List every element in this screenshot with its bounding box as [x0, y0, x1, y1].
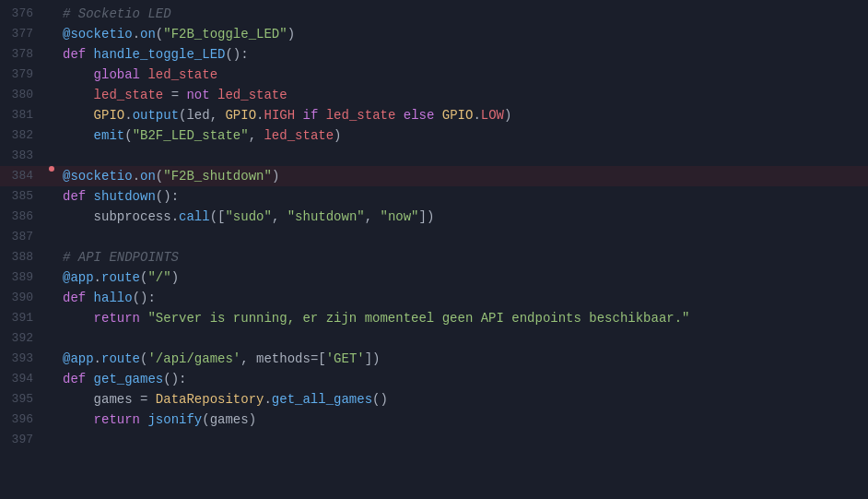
line-num-392: 392: [0, 328, 48, 349]
line-content-388: # API ENDPOINTS: [55, 247, 868, 267]
line-num-389: 389: [0, 267, 48, 288]
line-num-379: 379: [0, 65, 48, 85]
code-line-396: 396 return jsonify(games): [0, 410, 868, 430]
code-line-392: 392: [0, 328, 868, 349]
code-line-393: 393 @app.route('/api/games', methods=['G…: [0, 349, 868, 369]
line-num-390: 390: [0, 288, 48, 308]
line-content-377: @socketio.on("F2B_toggle_LED"): [55, 24, 868, 44]
code-editor: 376 # Socketio LED 377 @socketio.on("F2B…: [0, 0, 868, 499]
code-line-384: 384 @socketio.on("F2B_shutdown"): [0, 166, 868, 186]
line-content-380: led_state = not led_state: [55, 85, 868, 105]
line-content-397: [55, 430, 868, 450]
line-content-386: subprocess.call(["sudo", "shutdown", "no…: [55, 207, 868, 227]
code-line-397: 397: [0, 430, 868, 450]
line-content-394: def get_games():: [55, 369, 868, 389]
line-content-378: def handle_toggle_LED():: [55, 44, 868, 65]
line-num-397: 397: [0, 430, 48, 450]
code-line-391: 391 return "Server is running, er zijn m…: [0, 308, 868, 328]
breakpoint-384: [49, 166, 54, 172]
code-line-389: 389 @app.route("/"): [0, 267, 868, 288]
code-line-379: 379 global led_state: [0, 65, 868, 85]
line-num-396: 396: [0, 410, 48, 430]
line-content-389: @app.route("/"): [55, 267, 868, 288]
code-line-385: 385 def shutdown():: [0, 186, 868, 207]
line-num-394: 394: [0, 369, 48, 389]
line-content-393: @app.route('/api/games', methods=['GET']…: [55, 349, 868, 369]
code-line-394: 394 def get_games():: [0, 369, 868, 389]
line-content-395: games = DataRepository.get_all_games(): [55, 389, 868, 410]
code-line-381: 381 GPIO.output(led, GPIO.HIGH if led_st…: [0, 105, 868, 125]
line-content-385: def shutdown():: [55, 186, 868, 207]
line-num-377: 377: [0, 24, 48, 44]
line-content-391: return "Server is running, er zijn momen…: [55, 308, 868, 328]
line-content-383: [55, 146, 868, 166]
code-line-383: 383: [0, 146, 868, 166]
line-num-381: 381: [0, 105, 48, 125]
line-num-388: 388: [0, 247, 48, 267]
line-num-395: 395: [0, 389, 48, 410]
gutter-384: [48, 166, 55, 172]
code-line-386: 386 subprocess.call(["sudo", "shutdown",…: [0, 207, 868, 227]
line-num-391: 391: [0, 308, 48, 328]
line-num-376: 376: [0, 4, 48, 24]
code-line-395: 395 games = DataRepository.get_all_games…: [0, 389, 868, 410]
code-line-377: 377 @socketio.on("F2B_toggle_LED"): [0, 24, 868, 44]
line-num-382: 382: [0, 125, 48, 146]
code-line-390: 390 def hallo():: [0, 288, 868, 308]
line-num-383: 383: [0, 146, 48, 166]
line-num-387: 387: [0, 227, 48, 247]
code-line-382: 382 emit("B2F_LED_state", led_state): [0, 125, 868, 146]
line-content-384: @socketio.on("F2B_shutdown"): [55, 166, 868, 186]
line-content-396: return jsonify(games): [55, 410, 868, 430]
line-content-381: GPIO.output(led, GPIO.HIGH if led_state …: [55, 105, 868, 125]
line-num-393: 393: [0, 349, 48, 369]
line-num-380: 380: [0, 85, 48, 105]
line-content-379: global led_state: [55, 65, 868, 85]
code-line-376: 376 # Socketio LED: [0, 4, 868, 24]
code-line-380: 380 led_state = not led_state: [0, 85, 868, 105]
line-content-392: [55, 328, 868, 349]
line-content-376: # Socketio LED: [55, 4, 868, 24]
line-num-386: 386: [0, 207, 48, 227]
line-num-384: 384: [0, 166, 48, 186]
line-num-385: 385: [0, 186, 48, 207]
line-content-390: def hallo():: [55, 288, 868, 308]
code-line-387: 387: [0, 227, 868, 247]
line-content-387: [55, 227, 868, 247]
code-line-378: 378 def handle_toggle_LED():: [0, 44, 868, 65]
line-num-378: 378: [0, 44, 48, 65]
line-content-382: emit("B2F_LED_state", led_state): [55, 125, 868, 146]
code-line-388: 388 # API ENDPOINTS: [0, 247, 868, 267]
